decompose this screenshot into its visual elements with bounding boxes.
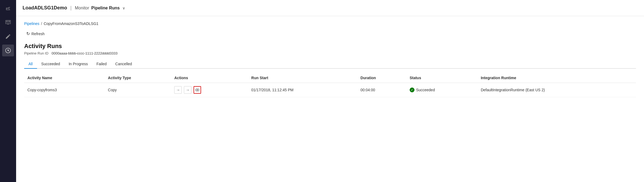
tab-in-progress[interactable]: In Progress [64, 60, 92, 69]
pipeline-run-id-value: 0000aaaa-bbbb-cccc-1111-2222dddd3333 [52, 51, 118, 55]
col-integration-runtime: Integration Runtime [478, 73, 636, 83]
app-title: LoadADLSG1Demo [23, 5, 67, 11]
tab-succeeded[interactable]: Succeeded [37, 60, 64, 69]
cell-run-start: 01/17/2018, 11:12:45 PM [248, 83, 357, 97]
tab-all[interactable]: All [24, 60, 37, 69]
tab-cancelled[interactable]: Cancelled [111, 60, 136, 69]
svg-rect-4 [6, 21, 8, 22]
cell-actions: → → [171, 83, 248, 97]
svg-point-9 [8, 50, 9, 51]
cell-status: ✓ Succeeded [406, 83, 478, 97]
status-check-icon: ✓ [410, 88, 414, 92]
svg-rect-7 [7, 24, 9, 25]
svg-rect-0 [7, 8, 8, 9]
table-row: Copy-copyfroms3 Copy → → [24, 83, 636, 97]
sidebar-item-factory[interactable] [2, 3, 14, 14]
chevron-down-icon[interactable]: ∨ [122, 6, 125, 10]
monitor-label: Monitor [75, 6, 89, 10]
svg-rect-2 [9, 8, 10, 10]
svg-rect-6 [8, 21, 10, 22]
cell-activity-name: Copy-copyfroms3 [24, 83, 105, 97]
cell-activity-type: Copy [105, 83, 171, 97]
status-text: Succeeded [416, 88, 435, 92]
action-view-details[interactable] [194, 86, 201, 94]
svg-point-11 [197, 89, 198, 90]
refresh-button[interactable]: ↻ Refresh [24, 30, 47, 37]
col-duration: Duration [357, 73, 406, 83]
cell-duration: 00:04:00 [357, 83, 406, 97]
svg-rect-5 [6, 23, 10, 23]
action-arrow-2[interactable]: → [184, 86, 191, 94]
col-activity-name: Activity Name [24, 73, 105, 83]
status-badge: ✓ Succeeded [410, 88, 474, 92]
sidebar-item-monitor[interactable] [2, 17, 14, 28]
section-title: Activity Runs [24, 43, 636, 50]
main-content: LoadADLSG1Demo | Monitor Pipeline Runs ∨… [16, 0, 644, 182]
tab-failed[interactable]: Failed [92, 60, 111, 69]
pipeline-runs-label: Pipeline Runs [91, 6, 120, 10]
breadcrumb: Pipelines / CopyFromAmazonS3ToADLSG1 [24, 21, 636, 26]
sidebar-item-edit[interactable] [2, 31, 14, 42]
activity-tabs: All Succeeded In Progress Failed Cancell… [24, 60, 636, 69]
sidebar [0, 0, 16, 182]
breadcrumb-current-page: CopyFromAmazonS3ToADLSG1 [44, 21, 99, 26]
content-area: Pipelines / CopyFromAmazonS3ToADLSG1 ↻ R… [16, 16, 644, 182]
pipeline-run-id-row: Pipeline Run ID 0000aaaa-bbbb-cccc-1111-… [24, 51, 636, 55]
breadcrumb-separator: / [41, 21, 42, 26]
sidebar-item-dashboard[interactable] [2, 45, 14, 56]
refresh-label: Refresh [31, 32, 45, 36]
breadcrumb-pipelines-link[interactable]: Pipelines [24, 21, 39, 26]
activity-runs-table: Activity Name Activity Type Actions Run … [24, 73, 636, 97]
cell-integration-runtime: DefaultIntegrationRuntime (East US 2) [478, 83, 636, 97]
pipeline-run-id-label: Pipeline Run ID [24, 51, 48, 55]
action-arrow-1[interactable]: → [174, 86, 182, 94]
header-separator: | [70, 5, 72, 11]
col-actions: Actions [171, 73, 248, 83]
svg-rect-1 [8, 8, 9, 9]
top-header: LoadADLSG1Demo | Monitor Pipeline Runs ∨ [16, 0, 644, 16]
col-status: Status [406, 73, 478, 83]
col-activity-type: Activity Type [105, 73, 171, 83]
refresh-icon: ↻ [26, 31, 30, 36]
col-run-start: Run Start [248, 73, 357, 83]
